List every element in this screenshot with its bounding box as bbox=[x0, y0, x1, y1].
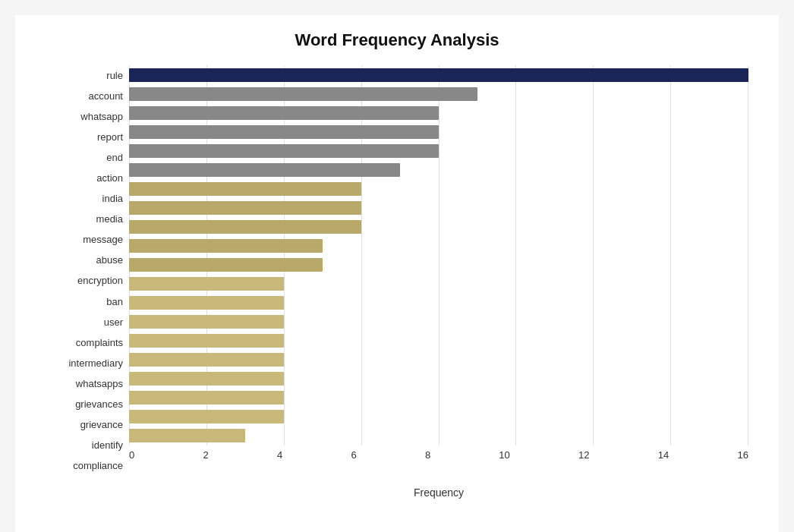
bar-row bbox=[129, 103, 748, 122]
y-axis: ruleaccountwhatsappreportendactionindiam… bbox=[46, 65, 129, 476]
bar-row bbox=[129, 84, 748, 103]
y-label: complaints bbox=[76, 338, 123, 348]
bar bbox=[129, 353, 284, 367]
bar-row bbox=[129, 179, 748, 198]
bar bbox=[129, 68, 748, 82]
bars-and-xaxis: 0246810121416 Frequency bbox=[129, 65, 748, 476]
y-label: whatsapp bbox=[80, 112, 123, 121]
chart-area: ruleaccountwhatsappreportendactionindiam… bbox=[46, 65, 748, 476]
chart-container: Word Frequency Analysis ruleaccountwhats… bbox=[15, 15, 779, 532]
bar-row bbox=[129, 332, 748, 351]
x-axis-title: Frequency bbox=[129, 486, 748, 499]
bar bbox=[129, 163, 400, 177]
bar bbox=[129, 144, 439, 158]
bar bbox=[129, 239, 323, 253]
x-tick: 0 bbox=[129, 449, 134, 461]
bar-row bbox=[129, 217, 748, 236]
bar-row bbox=[129, 294, 748, 313]
bar bbox=[129, 315, 284, 329]
bar bbox=[129, 125, 439, 139]
x-tick: 14 bbox=[658, 449, 669, 461]
y-label: abuse bbox=[96, 255, 123, 265]
x-tick: 8 bbox=[425, 449, 430, 461]
bar-row bbox=[129, 236, 748, 255]
x-tick: 4 bbox=[277, 449, 282, 461]
x-tick: 10 bbox=[499, 449, 509, 461]
bar bbox=[129, 106, 439, 120]
y-label: rule bbox=[106, 71, 123, 80]
bar-row bbox=[129, 313, 748, 332]
y-label: action bbox=[96, 173, 123, 183]
y-label: compliance bbox=[73, 461, 123, 471]
x-axis: 0246810121416 Frequency bbox=[129, 445, 748, 476]
bar bbox=[129, 220, 361, 234]
y-label: encryption bbox=[77, 275, 123, 285]
y-label: intermediary bbox=[68, 358, 123, 368]
bar bbox=[129, 410, 284, 423]
bar-row bbox=[129, 255, 748, 274]
bar-row bbox=[129, 408, 748, 427]
bar-row bbox=[129, 122, 748, 141]
bar-row bbox=[129, 351, 748, 370]
y-label: report bbox=[97, 132, 123, 142]
y-label: account bbox=[88, 91, 123, 101]
bar-row bbox=[129, 370, 748, 389]
bar bbox=[129, 182, 361, 196]
y-label: end bbox=[106, 153, 123, 162]
bar-row bbox=[129, 198, 748, 217]
bar-row bbox=[129, 427, 748, 445]
y-label: grievances bbox=[75, 399, 123, 409]
bars-area bbox=[129, 65, 748, 445]
bar-row bbox=[129, 141, 748, 160]
x-tick: 2 bbox=[203, 449, 208, 461]
bar bbox=[129, 277, 284, 291]
x-tick: 6 bbox=[351, 449, 356, 461]
bar-row bbox=[129, 275, 748, 294]
chart-title: Word Frequency Analysis bbox=[46, 30, 748, 50]
bar bbox=[129, 258, 323, 272]
y-label: media bbox=[96, 214, 123, 224]
bar bbox=[129, 296, 284, 310]
x-tick: 12 bbox=[578, 449, 589, 461]
bar bbox=[129, 372, 284, 386]
bar bbox=[129, 87, 477, 101]
y-label: ban bbox=[106, 297, 123, 307]
bar-row bbox=[129, 389, 748, 408]
x-axis-labels: 0246810121416 bbox=[129, 449, 748, 461]
bar-row bbox=[129, 160, 748, 179]
y-label: user bbox=[104, 317, 123, 327]
y-label: india bbox=[102, 194, 123, 203]
x-tick: 16 bbox=[737, 449, 748, 461]
y-label: message bbox=[83, 235, 123, 244]
y-label: whatsapps bbox=[76, 379, 123, 389]
y-label: grievance bbox=[80, 420, 123, 430]
bar-row bbox=[129, 65, 748, 84]
bar bbox=[129, 429, 245, 442]
bar bbox=[129, 391, 284, 405]
bar bbox=[129, 334, 284, 348]
y-label: identify bbox=[92, 440, 123, 450]
bar bbox=[129, 201, 361, 215]
